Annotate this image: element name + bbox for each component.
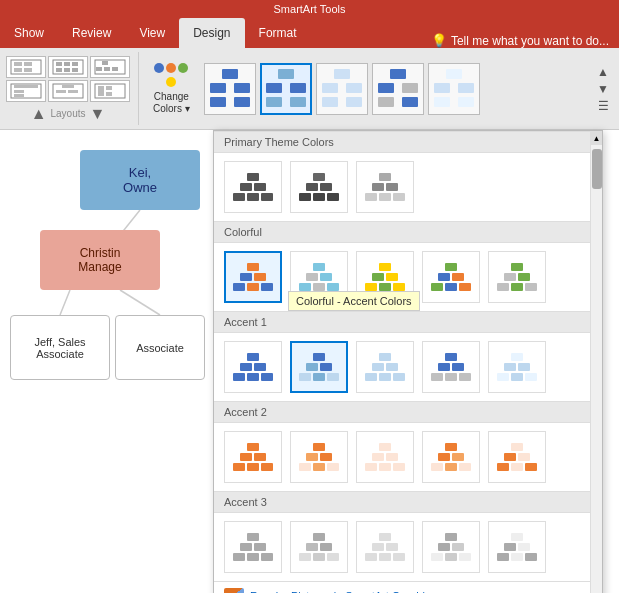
color-option-acc3-4[interactable] [422, 521, 480, 573]
scroll-up-arrow[interactable]: ▲ [31, 106, 47, 122]
style-thumb-2[interactable] [260, 63, 312, 115]
layout-thumb-2[interactable] [48, 56, 88, 78]
color-option-dark1[interactable] [224, 161, 282, 213]
svg-rect-8 [72, 62, 78, 66]
svg-rect-24 [68, 90, 78, 93]
node-bottom-right[interactable]: Associate [115, 315, 205, 380]
color-option-acc2-5[interactable] [488, 431, 546, 483]
svg-rect-13 [102, 61, 108, 65]
section-label-accent2: Accent 2 [214, 401, 602, 423]
node-mid[interactable]: ChristinManage [40, 230, 160, 290]
color-option-acc1-2[interactable] [290, 341, 348, 393]
svg-rect-15 [104, 67, 110, 71]
ribbon-more-down[interactable]: ▼ [597, 82, 609, 96]
smartart-styles-section [204, 63, 480, 115]
layout-thumb-3[interactable] [90, 56, 130, 78]
dropdown-scrollbar: ▲ ▼ [590, 131, 602, 593]
tab-format[interactable]: Format [245, 18, 311, 48]
svg-rect-29 [222, 69, 238, 79]
tab-view[interactable]: View [125, 18, 179, 48]
color-option-acc2-4[interactable] [422, 431, 480, 483]
svg-rect-18 [14, 85, 38, 88]
svg-rect-48 [402, 97, 418, 107]
layouts-grid [6, 56, 130, 102]
svg-rect-20 [14, 94, 24, 97]
svg-rect-47 [378, 97, 394, 107]
layouts-label: Layouts [50, 108, 85, 119]
color-option-dark2[interactable] [290, 161, 348, 213]
primary-colors-grid [214, 153, 602, 221]
color-option-colorful5[interactable] [488, 251, 546, 303]
color-option-colorful3[interactable] [356, 251, 414, 303]
svg-rect-2 [24, 62, 32, 66]
svg-rect-26 [98, 86, 104, 96]
change-colors-button[interactable]: ChangeColors ▾ [145, 59, 198, 119]
section-label-accent1: Accent 1 [214, 311, 602, 333]
title-bar: SmartArt Tools [0, 0, 619, 18]
tell-me-text: Tell me what you want to do... [451, 34, 609, 48]
color-option-acc3-1[interactable] [224, 521, 282, 573]
ribbon-more-up[interactable]: ▲ [597, 65, 609, 79]
accent1-grid [214, 333, 602, 401]
color-circles [154, 63, 188, 73]
tab-review[interactable]: Review [58, 18, 125, 48]
svg-rect-27 [106, 86, 112, 90]
color-option-dark3[interactable] [356, 161, 414, 213]
svg-rect-9 [56, 68, 62, 72]
color-option-colorful1[interactable]: Colorful - Accent Colors [224, 251, 282, 303]
tab-show[interactable]: Show [0, 18, 58, 48]
svg-rect-50 [434, 83, 450, 93]
layout-thumb-5[interactable] [48, 80, 88, 102]
color-option-acc1-4[interactable] [422, 341, 480, 393]
main-area: Kei, Owne ChristinManage Jeff, Sales Ass… [0, 130, 619, 593]
color-option-acc2-1[interactable] [224, 431, 282, 483]
svg-rect-43 [346, 97, 362, 107]
tell-me-bar[interactable]: 💡 Tell me what you want to do... [427, 33, 619, 48]
svg-rect-49 [446, 69, 462, 79]
svg-rect-16 [112, 67, 118, 71]
recolor-icon [224, 588, 244, 593]
color-option-acc3-5[interactable] [488, 521, 546, 573]
svg-rect-32 [210, 97, 226, 107]
svg-rect-31 [234, 83, 250, 93]
node-top[interactable]: Kei, Owne [80, 150, 200, 210]
svg-rect-45 [378, 83, 394, 93]
layouts-scroll: ▲ Layouts ▼ [31, 106, 106, 122]
svg-rect-53 [458, 97, 474, 107]
color-option-acc2-3[interactable] [356, 431, 414, 483]
accent3-grid [214, 513, 602, 581]
color-option-colorful2[interactable] [290, 251, 348, 303]
color-option-colorful4[interactable] [422, 251, 480, 303]
color-option-acc1-5[interactable] [488, 341, 546, 393]
svg-rect-40 [322, 83, 338, 93]
color-option-acc3-3[interactable] [356, 521, 414, 573]
ribbon-more-menu[interactable]: ☰ [597, 99, 609, 113]
color-option-acc3-2[interactable] [290, 521, 348, 573]
color-circle-yellow [166, 77, 176, 87]
scroll-up-btn[interactable]: ▲ [591, 131, 603, 145]
svg-rect-1 [14, 62, 22, 66]
svg-rect-4 [24, 68, 32, 72]
color-circle-green [178, 63, 188, 73]
layout-thumb-4[interactable] [6, 80, 46, 102]
color-option-acc1-3[interactable] [356, 341, 414, 393]
style-thumb-5[interactable] [428, 63, 480, 115]
scroll-thumb[interactable] [592, 149, 602, 189]
style-thumb-1[interactable] [204, 63, 256, 115]
color-option-acc2-2[interactable] [290, 431, 348, 483]
svg-rect-44 [390, 69, 406, 79]
svg-rect-10 [64, 68, 70, 72]
style-thumb-3[interactable] [316, 63, 368, 115]
style-thumb-4[interactable] [372, 63, 424, 115]
node-bottom-left[interactable]: Jeff, Sales Associate [10, 315, 110, 380]
layout-thumb-6[interactable] [90, 80, 130, 102]
svg-rect-52 [434, 97, 450, 107]
svg-rect-51 [458, 83, 474, 93]
layout-thumb-1[interactable] [6, 56, 46, 78]
svg-rect-42 [322, 97, 338, 107]
color-option-acc1-1[interactable] [224, 341, 282, 393]
svg-line-55 [60, 290, 70, 315]
tab-design[interactable]: Design [179, 18, 244, 48]
svg-rect-33 [234, 97, 250, 107]
scroll-down-arrow[interactable]: ▼ [90, 106, 106, 122]
